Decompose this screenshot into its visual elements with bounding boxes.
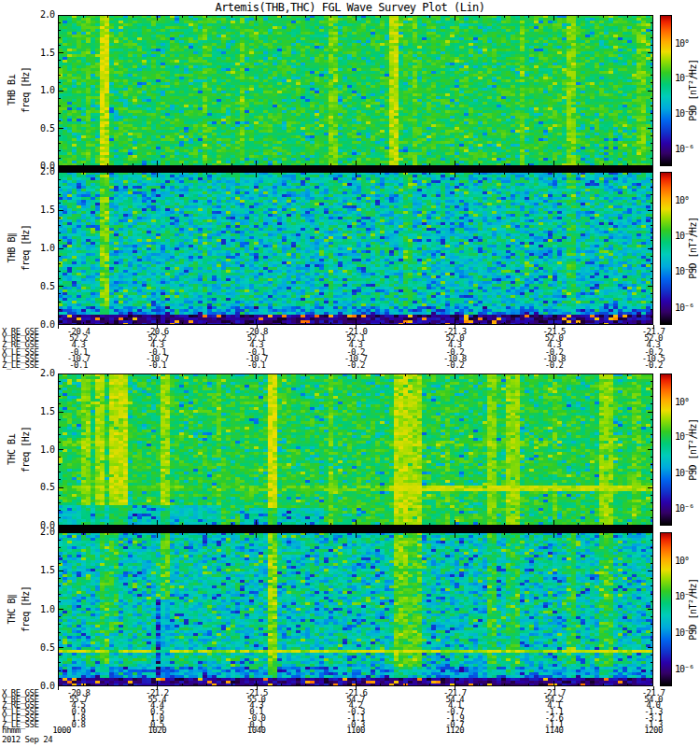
freq-tick-label: 1.0 [29, 444, 54, 455]
psd-colorbar [660, 532, 672, 686]
psd-axis-label: PSD [nT²/Hz] [687, 172, 699, 325]
psd-axis-label: PSD [nT²/Hz] [687, 532, 699, 686]
time-tick-label: 1120 [428, 726, 481, 735]
probe-component-label: THC B⊥ [6, 374, 18, 526]
ephemeris-value: -0.1 [131, 361, 183, 370]
freq-tick-label: 1.5 [29, 48, 54, 58]
time-tick-label: 1020 [131, 726, 183, 735]
psd-colorbar [660, 15, 672, 166]
time-tick-label: 1140 [528, 726, 581, 735]
date-label: 2012 Sep 24 [2, 736, 52, 744]
probe-component-label: THB B⊥ [6, 15, 18, 166]
panel-separator [58, 166, 653, 172]
psd-colorbar [660, 172, 672, 325]
time-tick-label: 1200 [627, 726, 679, 735]
freq-tick-label: 2.0 [29, 166, 54, 176]
probe-component-label: THC B∥ [6, 532, 18, 686]
psd-axis-label: PSD [nT²/Hz] [687, 15, 699, 166]
spectrogram-thc-bpar [58, 532, 653, 686]
freq-axis-label: freq [Hz] [20, 172, 32, 325]
ephemeris-value: -0.2 [329, 361, 382, 370]
freq-tick-label: 0.5 [29, 281, 54, 291]
spectrogram-thc-bperp [58, 374, 653, 526]
freq-tick-label: 2.0 [29, 9, 54, 20]
ephemeris-value: -0.2 [428, 361, 481, 370]
freq-axis-label: freq [Hz] [20, 532, 32, 686]
probe-component-label: THB B∥ [6, 172, 18, 325]
time-tick-label: 1100 [329, 726, 382, 735]
time-axis-label: hhmm [2, 726, 21, 735]
freq-tick-label: 0.5 [29, 123, 54, 134]
ephemeris-value: -0.1 [231, 361, 283, 370]
time-tick-label: 1000 [35, 726, 88, 735]
page-title: Artemis(THB,THC) FGL Wave Survey Plot (L… [0, 1, 700, 14]
freq-tick-label: 1.5 [29, 406, 54, 416]
panel-separator [58, 526, 653, 532]
freq-axis-label: freq [Hz] [20, 15, 32, 166]
freq-tick-label: 0.5 [29, 642, 54, 653]
spectrogram-thb-bpar [58, 172, 653, 325]
freq-tick-label: 2.0 [29, 527, 54, 537]
freq-tick-label: 1.5 [29, 204, 54, 215]
wave-survey-plot: Artemis(THB,THC) FGL Wave Survey Plot (L… [0, 0, 700, 747]
freq-axis-label: freq [Hz] [20, 374, 32, 526]
psd-colorbar [660, 374, 672, 526]
ephemeris-row-label: Z_LE_SSE [2, 361, 38, 370]
freq-tick-label: 1.0 [29, 604, 54, 614]
spectrogram-thb-bperp [58, 15, 653, 166]
ephemeris-value: -0.2 [528, 361, 581, 370]
freq-tick-label: 1.0 [29, 243, 54, 253]
freq-tick-label: 0.5 [29, 482, 54, 492]
freq-tick-label: 1.5 [29, 565, 54, 575]
time-tick-label: 1040 [231, 726, 283, 735]
freq-tick-label: 1.0 [29, 85, 54, 95]
ephemeris-value: -0.1 [52, 361, 105, 370]
ephemeris-value: -0.2 [627, 361, 679, 370]
psd-axis-label: PSD [nT²/Hz] [687, 374, 699, 526]
